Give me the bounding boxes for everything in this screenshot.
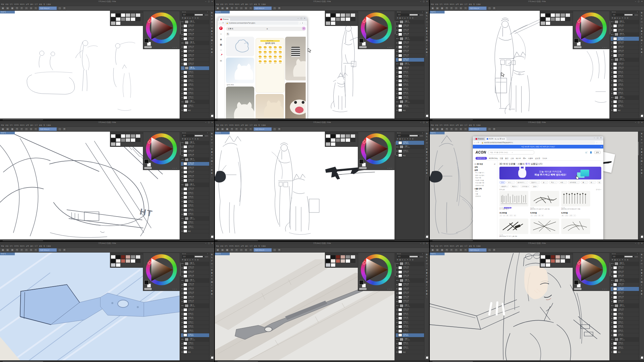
layer-visibility-icon[interactable]	[182, 110, 183, 111]
layer-row[interactable]: 스케치 10표준 100%	[396, 308, 424, 312]
opacity-box-icon[interactable]: ◳	[58, 6, 62, 10]
add-layer-icon[interactable]: ✚	[397, 138, 398, 140]
layer-visibility-icon[interactable]	[182, 193, 183, 194]
docker-close-icon[interactable]: ✕	[422, 253, 423, 255]
picker-icon[interactable]: ▤	[211, 160, 213, 162]
sidebar-filter-item[interactable]: · 인테리어·의류	[475, 184, 495, 187]
pin-card-kitchen[interactable]	[285, 37, 306, 80]
back-icon[interactable]: ‹	[474, 141, 475, 144]
pan-icon[interactable]: ✚	[211, 51, 213, 54]
blend-mode-select[interactable]: 표준	[397, 134, 409, 137]
layer-row[interactable]: 스케치 9표준 100%	[396, 312, 424, 317]
color-swatch[interactable]	[130, 134, 136, 138]
layer-visibility-icon[interactable]	[182, 352, 183, 353]
open-file-icon[interactable]: ▤	[6, 248, 9, 252]
layer-row[interactable]: 스케치 19표준 100%	[611, 28, 639, 33]
pattern-icon[interactable]: ⧉	[244, 248, 248, 252]
layer-row[interactable]: 스케치 6표준 100%	[181, 204, 209, 208]
layer-visibility-icon[interactable]	[396, 97, 397, 98]
color-swatch[interactable]	[340, 255, 345, 259]
save-icon[interactable]: ▦	[10, 6, 14, 10]
redo-icon[interactable]: ⟳	[20, 6, 24, 10]
layer-visibility-icon[interactable]	[182, 146, 183, 147]
color-swatch[interactable]	[340, 13, 345, 17]
color-swatch[interactable]	[345, 134, 350, 138]
color-swatch[interactable]	[560, 259, 565, 263]
line-icon[interactable]: ✐	[426, 18, 427, 20]
layer-visibility-icon[interactable]	[182, 322, 183, 323]
layer-row[interactable]: 스케치 13표준 100%	[181, 174, 209, 179]
expander-icon[interactable]: ▾	[398, 38, 399, 39]
menu-item[interactable]: 도움말	[46, 244, 51, 248]
layer-row[interactable]: 스케치 7표준 100%	[396, 321, 424, 325]
redo-icon[interactable]: ⟳	[450, 248, 453, 252]
layer-visibility-icon[interactable]	[182, 46, 183, 47]
move-up-icon[interactable]: ▲	[619, 17, 621, 19]
layer-row[interactable]: 스케치 18표준 100%	[396, 274, 424, 279]
canvas-hscrollbar[interactable]	[3, 120, 43, 120]
browser-tab-active[interactable]: ACON - 최고의 3D 에셋	[485, 137, 506, 140]
transform-icon[interactable]: ✥	[426, 132, 427, 135]
layer-row[interactable]: 스케치 5표준 100%	[181, 208, 209, 212]
mirror-icon[interactable]: ✂	[249, 127, 253, 131]
color-swatch[interactable]	[551, 255, 556, 259]
color-swatch[interactable]	[565, 255, 570, 259]
layer-row[interactable]: 스케치 7표준 100%	[611, 321, 639, 325]
rect-icon[interactable]: ▭	[641, 21, 643, 23]
color-swatch[interactable]	[331, 255, 336, 259]
mirror-icon[interactable]: ✂	[464, 127, 467, 131]
move-down-icon[interactable]: ▼	[192, 17, 193, 19]
background-layer-row[interactable]: 배경	[396, 350, 424, 355]
delete-icon[interactable]: 🗑	[627, 259, 629, 261]
layer-group-row[interactable]: ▾그룹 21표준 100%	[181, 141, 209, 145]
expander-icon[interactable]: ▾	[613, 338, 614, 340]
canvas-area[interactable]: 무제*-1 Pinterest ACON - 최고의 3D 에셋 ─ ▢ ✕ ‹	[430, 132, 639, 239]
layer-visibility-icon[interactable]	[182, 159, 183, 160]
zoom-icon[interactable]: ❖	[426, 290, 427, 292]
gradient-icon[interactable]: A	[211, 277, 213, 280]
move-down-icon[interactable]: ▼	[192, 138, 193, 140]
expander-icon[interactable]: ▾	[183, 218, 184, 219]
layer-visibility-icon[interactable]	[611, 293, 612, 294]
layer-visibility-icon[interactable]	[182, 205, 183, 206]
pattern-icon[interactable]: ⧉	[459, 248, 463, 252]
color-swatch[interactable]	[130, 259, 136, 263]
boards-icon[interactable]: ▦	[220, 43, 222, 46]
layer-row[interactable]: 스케치 14표준 100%	[181, 50, 209, 54]
layer-visibility-icon[interactable]	[182, 63, 183, 64]
freehand-brush-icon[interactable]: ✎	[426, 14, 427, 17]
open-file-icon[interactable]: ▤	[435, 248, 439, 252]
toolbox-color-swatches[interactable]	[640, 114, 643, 117]
expander-icon[interactable]: ▾	[613, 34, 614, 35]
layer-visibility-icon[interactable]	[611, 335, 612, 336]
layer-row[interactable]: 스케치 19표준 100%	[611, 270, 639, 274]
nav-item[interactable]: 가이드	[542, 157, 547, 159]
layer-row[interactable]: 스케치 15표준 100%	[181, 166, 209, 170]
layer-visibility-icon[interactable]	[182, 339, 183, 340]
new-file-icon[interactable]: ▣	[216, 248, 220, 252]
rect-icon[interactable]: ▭	[426, 262, 428, 265]
opacity-box-icon[interactable]: ◳	[273, 127, 276, 131]
group-icon[interactable]: ▣	[614, 17, 616, 19]
expander-icon[interactable]: ▾	[613, 97, 614, 98]
layer-row[interactable]: 스케치 12표준 100%	[611, 300, 639, 304]
layer-row[interactable]: 스케치 16표준 100%	[611, 283, 639, 287]
layer-row[interactable]: 스케치 20표준 100%	[611, 24, 639, 29]
menu-item[interactable]: 이미지	[14, 3, 19, 6]
ellipse-icon[interactable]: ⬚	[211, 265, 213, 268]
product-tag[interactable]: 봉	[541, 215, 544, 217]
brush-preset-select[interactable]: 기본 브러시 ▾	[254, 6, 272, 10]
layer-visibility-icon[interactable]	[396, 280, 397, 281]
properties-icon[interactable]: ☰	[409, 138, 411, 140]
opacity-box-icon[interactable]: ◳	[488, 248, 491, 252]
transform-icon[interactable]: ✥	[211, 253, 213, 256]
layer-visibility-icon[interactable]	[611, 314, 612, 315]
menu-item[interactable]: 이미지	[229, 244, 234, 248]
color-swatch[interactable]	[350, 259, 355, 263]
docker-close-icon[interactable]: ✕	[422, 132, 423, 134]
layer-row[interactable]: 스케치 3표준 100%	[181, 96, 209, 100]
layer-row[interactable]: 스케치 2표준 100%	[611, 342, 639, 346]
menu-item[interactable]: 필터	[460, 3, 463, 6]
menu-item[interactable]: 도움말	[46, 124, 51, 127]
layer-visibility-icon[interactable]	[611, 343, 612, 344]
